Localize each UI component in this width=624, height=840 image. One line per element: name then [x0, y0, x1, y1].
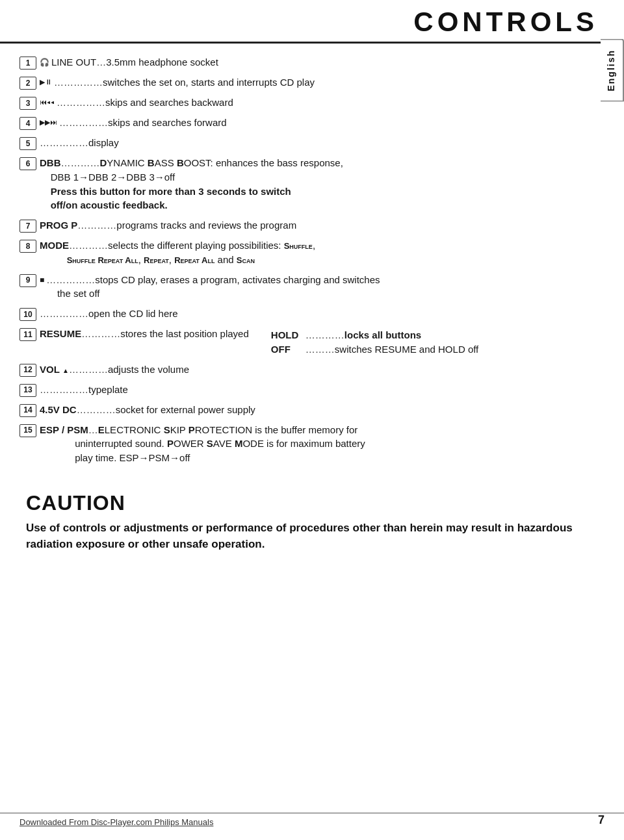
- list-item: 7 PROG P…………programs tracks and reviews …: [20, 218, 585, 233]
- page-wrapper: CONTROLS English 1 🎧 LINE OUT…3.5mm head…: [0, 0, 624, 840]
- item-number-3: 3: [20, 97, 36, 110]
- item-text-12: VOL ▲…………adjusts the volume: [40, 363, 189, 377]
- list-item: 2 ▶⏸ ……………switches the set on, starts an…: [20, 75, 585, 90]
- item-text-5: ……………display: [40, 136, 119, 150]
- item-text-15: ESP / PSM…ELECTRONIC SKIP PROTECTION is …: [40, 423, 365, 465]
- item-number-12: 12: [20, 364, 36, 377]
- item-sub-11: HOLD ………… locks all buttons OFF ……… swit…: [249, 328, 478, 357]
- hold-label: HOLD: [271, 328, 304, 342]
- item-number-11: 11: [20, 328, 36, 341]
- item-text-10: ……………open the CD lid here: [40, 307, 178, 321]
- item-text-9: ……………stops CD play, erases a program, ac…: [46, 273, 380, 301]
- hold-description: locks all buttons: [344, 328, 421, 342]
- list-item: 4 ▶▶⏭ ……………skips and searches forward: [20, 116, 585, 130]
- item-text-14: 4.5V DC…………socket for external power sup…: [40, 403, 255, 417]
- off-row: OFF ……… switches RESUME and HOLD off: [271, 342, 478, 357]
- item-number-5: 5: [20, 137, 36, 150]
- item-text-7: PROG P…………programs tracks and reviews th…: [40, 218, 296, 233]
- caution-section: CAUTION Use of controls or adjustments o…: [20, 491, 585, 552]
- footer: Downloaded From Disc-Player.com Philips …: [0, 813, 624, 827]
- list-item: 1 🎧 LINE OUT…3.5mm headphone socket: [20, 55, 585, 70]
- list-item: 9 ■ ……………stops CD play, erases a program…: [20, 273, 585, 301]
- list-item: 11 RESUME…………stores the last position pl…: [20, 327, 585, 357]
- play-pause-icon: ▶⏸: [40, 77, 52, 87]
- item-number-15: 15: [20, 424, 36, 437]
- hold-row: HOLD ………… locks all buttons: [271, 328, 478, 342]
- forward-icon: ▶▶⏭: [40, 118, 57, 127]
- item-number-1: 1: [20, 57, 36, 70]
- item-number-14: 14: [20, 404, 36, 417]
- off-label: OFF: [271, 342, 304, 357]
- item-number-2: 2: [20, 77, 36, 90]
- list-item: 6 DBB…………DYNAMIC BASS BOOST: enhances th…: [20, 156, 585, 212]
- item-number-8: 8: [20, 240, 36, 253]
- caution-title: CAUTION: [26, 491, 578, 515]
- item-number-6: 6: [20, 157, 36, 170]
- stop-icon: ■: [40, 275, 44, 286]
- backward-icon: ⏮◀◀: [40, 97, 55, 107]
- item-text-13: ……………typeplate: [40, 383, 128, 397]
- item-number-7: 7: [20, 220, 36, 233]
- english-tab: English: [601, 39, 624, 102]
- list-item: 15 ESP / PSM…ELECTRONIC SKIP PROTECTION …: [20, 423, 585, 465]
- page-title: CONTROLS: [413, 6, 604, 42]
- list-item: 14 4.5V DC…………socket for external power …: [20, 403, 585, 417]
- item-text-8: MODE…………selects the different playing po…: [40, 238, 315, 267]
- item-number-13: 13: [20, 384, 36, 397]
- footer-page-number: 7: [598, 813, 604, 827]
- item-text-3: ……………skips and searches backward: [57, 95, 233, 110]
- item-text-6: DBB…………DYNAMIC BASS BOOST: enhances the …: [40, 156, 343, 212]
- item-text-4: ……………skips and searches forward: [59, 116, 227, 130]
- item-text-11: RESUME…………stores the last position playe…: [40, 327, 249, 341]
- list-item: 3 ⏮◀◀ ……………skips and searches backward: [20, 95, 585, 110]
- item-number-9: 9: [20, 274, 36, 287]
- item-text-1: LINE OUT…3.5mm headphone socket: [51, 55, 218, 70]
- list-item: 8 MODE…………selects the different playing …: [20, 238, 585, 267]
- header: CONTROLS: [0, 0, 624, 44]
- headphone-icon: 🎧: [40, 57, 49, 68]
- controls-list: 1 🎧 LINE OUT…3.5mm headphone socket 2 ▶⏸…: [20, 55, 585, 465]
- list-item: 13 ……………typeplate: [20, 383, 585, 397]
- list-item: 10 ……………open the CD lid here: [20, 307, 585, 321]
- off-description: switches RESUME and HOLD off: [335, 342, 478, 357]
- item-number-4: 4: [20, 117, 36, 130]
- main-content: 1 🎧 LINE OUT…3.5mm headphone socket 2 ▶⏸…: [0, 44, 624, 564]
- caution-text: Use of controls or adjustments or perfor…: [26, 520, 578, 552]
- footer-link[interactable]: Downloaded From Disc-Player.com Philips …: [20, 817, 213, 827]
- list-item: 12 VOL ▲…………adjusts the volume: [20, 363, 585, 377]
- item-number-10: 10: [20, 308, 36, 321]
- list-item: 5 ……………display: [20, 136, 585, 150]
- item-text-2: ……………switches the set on, starts and int…: [54, 75, 315, 90]
